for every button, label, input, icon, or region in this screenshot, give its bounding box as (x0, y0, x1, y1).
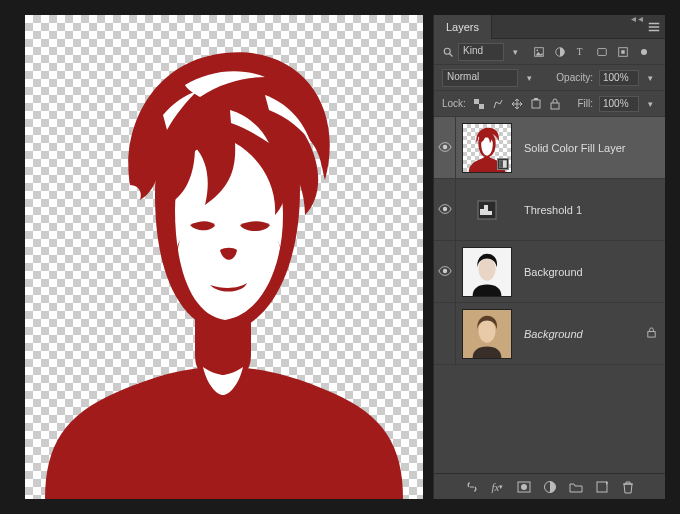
panel-tabbar: Layers ◂◂ (434, 15, 665, 39)
layer-filter-row: Kind ▾ T (434, 39, 665, 65)
filter-adjustment-icon[interactable] (553, 45, 567, 59)
visibility-toggle[interactable] (434, 303, 456, 364)
adjustment-layer-icon[interactable] (542, 479, 558, 495)
svg-point-17 (442, 206, 446, 210)
document-canvas[interactable] (25, 15, 423, 499)
layer-list: Solid Color Fill Layer Threshold 1 (434, 117, 665, 473)
link-layers-icon[interactable] (464, 479, 480, 495)
svg-point-14 (442, 144, 446, 148)
layer-row[interactable]: Threshold 1 (434, 179, 665, 241)
lock-transparency-icon[interactable] (472, 97, 486, 111)
svg-point-21 (478, 257, 495, 280)
layer-name[interactable]: Solid Color Fill Layer (518, 142, 659, 154)
svg-rect-10 (479, 104, 484, 109)
filter-toggle-dot[interactable] (637, 45, 651, 59)
blend-mode-select[interactable]: Normal (442, 69, 518, 87)
lock-pixels-icon[interactable] (491, 97, 505, 111)
fill-input[interactable]: 100% (599, 96, 639, 112)
visibility-toggle[interactable] (434, 179, 456, 240)
eye-icon (438, 140, 452, 156)
svg-point-19 (442, 268, 446, 272)
lock-all-icon[interactable] (548, 97, 562, 111)
svg-rect-28 (597, 482, 607, 492)
svg-rect-24 (647, 332, 654, 338)
layer-row[interactable]: Background (434, 303, 665, 365)
layer-thumbnail[interactable] (474, 197, 500, 223)
panel-menu-icon[interactable] (647, 20, 661, 36)
panel-collapse-icon[interactable]: ◂◂ (631, 13, 645, 24)
layer-row[interactable]: Background (434, 241, 665, 303)
layer-mask-link-icon[interactable] (497, 158, 509, 170)
layer-name[interactable]: Background (518, 328, 643, 340)
canvas-area (15, 15, 433, 499)
svg-point-26 (521, 484, 527, 490)
fill-label: Fill: (577, 98, 593, 109)
layers-bottom-toolbar: fx▾ (434, 473, 665, 499)
visibility-toggle[interactable] (434, 117, 456, 178)
layer-name[interactable]: Background (518, 266, 659, 278)
svg-text:T: T (577, 47, 583, 57)
filter-smartobject-icon[interactable] (616, 45, 630, 59)
lock-position-icon[interactable] (510, 97, 524, 111)
filter-kind-select[interactable]: Kind (458, 43, 504, 61)
svg-point-0 (444, 48, 450, 54)
filter-pixel-icon[interactable] (532, 45, 546, 59)
visibility-toggle[interactable] (434, 241, 456, 302)
chevron-down-icon[interactable]: ▾ (508, 47, 522, 57)
chevron-down-icon[interactable]: ▾ (643, 99, 657, 109)
svg-rect-12 (534, 98, 538, 100)
layer-thumbnail[interactable] (462, 247, 512, 297)
layers-tab[interactable]: Layers (434, 15, 492, 39)
delete-layer-icon[interactable] (620, 479, 636, 495)
search-icon (442, 46, 454, 58)
opacity-input[interactable]: 100% (599, 70, 639, 86)
svg-rect-6 (598, 48, 607, 55)
lock-row: Lock: Fill: 100% ▾ (434, 91, 665, 117)
layer-style-icon[interactable]: fx▾ (490, 479, 506, 495)
chevron-down-icon[interactable]: ▾ (522, 73, 536, 83)
lock-label: Lock: (442, 98, 466, 109)
layers-panel: Layers ◂◂ Kind ▾ T Normal (433, 15, 665, 499)
filter-type-icon[interactable]: T (574, 45, 588, 59)
lock-artboard-icon[interactable] (529, 97, 543, 111)
layer-row[interactable]: Solid Color Fill Layer (434, 117, 665, 179)
svg-rect-16 (499, 160, 503, 168)
filter-shape-icon[interactable] (595, 45, 609, 59)
layer-mask-icon[interactable] (516, 479, 532, 495)
chevron-down-icon[interactable]: ▾ (643, 73, 657, 83)
group-icon[interactable] (568, 479, 584, 495)
layer-name[interactable]: Threshold 1 (518, 204, 659, 216)
eye-icon (438, 202, 452, 218)
opacity-label: Opacity: (556, 72, 593, 83)
blend-mode-row: Normal ▾ Opacity: 100% ▾ (434, 65, 665, 91)
lock-icon (643, 327, 659, 340)
new-layer-icon[interactable] (594, 479, 610, 495)
svg-point-3 (536, 49, 538, 51)
svg-rect-11 (532, 100, 540, 108)
layer-thumbnail[interactable] (462, 123, 512, 173)
eye-icon (438, 264, 452, 280)
artwork-portrait (25, 15, 423, 499)
svg-rect-8 (621, 50, 624, 53)
svg-rect-9 (474, 99, 479, 104)
svg-line-1 (450, 53, 453, 56)
layer-thumbnail[interactable] (462, 309, 512, 359)
svg-point-23 (478, 319, 495, 342)
svg-rect-13 (551, 103, 559, 109)
